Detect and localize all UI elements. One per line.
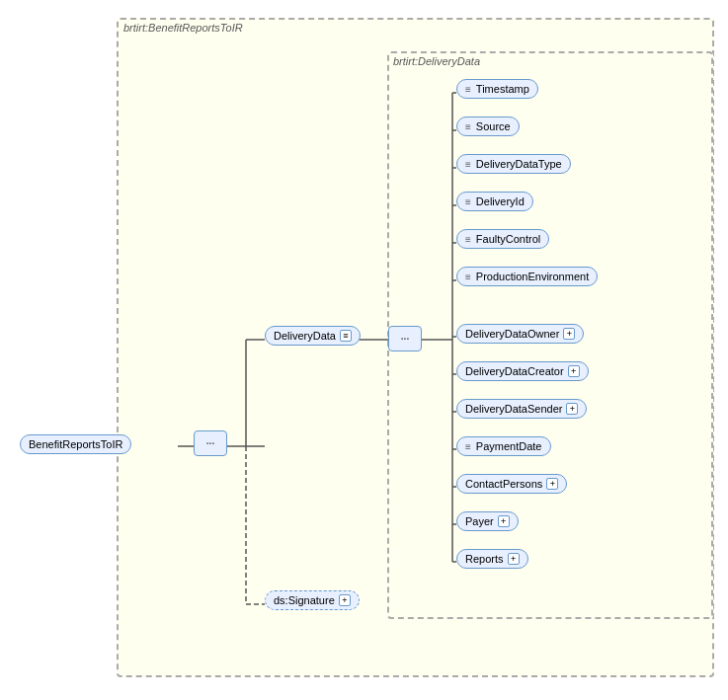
delivery-data-creator-expand-icon[interactable]: + [568,365,580,377]
delivery-id-prefix: ≡ [465,196,471,207]
delivery-data-type-prefix: ≡ [465,159,471,170]
diagram-lines [0,0,728,700]
reports-expand-icon[interactable]: + [508,553,520,565]
delivery-data-type-label: DeliveryDataType [476,158,562,170]
timestamp-label: Timestamp [476,83,529,95]
delivery-id-node[interactable]: ≡ DeliveryId [456,192,533,211]
faulty-control-node[interactable]: ≡ FaultyControl [456,229,549,249]
signature-node[interactable]: ds:Signature + [265,590,360,610]
faulty-control-label: FaultyControl [476,233,540,245]
delivery-data-creator-node[interactable]: DeliveryDataCreator + [456,361,589,381]
reports-node[interactable]: Reports + [456,549,528,569]
delivery-data-owner-node[interactable]: DeliveryDataOwner + [456,324,584,344]
delivery-data-label: DeliveryData [274,330,336,342]
delivery-connector-label: ··· [401,334,409,345]
delivery-id-label: DeliveryId [476,195,525,207]
payer-label: Payer [465,515,494,527]
timestamp-node[interactable]: ≡ Timestamp [456,79,538,99]
delivery-data-owner-label: DeliveryDataOwner [465,328,559,340]
faulty-control-prefix: ≡ [465,234,471,245]
timestamp-prefix: ≡ [465,84,471,95]
delivery-data-sender-node[interactable]: DeliveryDataSender + [456,399,587,419]
delivery-data-expand-icon[interactable]: ≡ [340,330,352,342]
delivery-connector[interactable]: ··· [388,326,422,351]
root-node-label: BenefitReportsToIR [29,438,122,450]
signature-label: ds:Signature [274,594,335,606]
payer-expand-icon[interactable]: + [498,515,510,527]
payment-date-node[interactable]: ≡ PaymentDate [456,436,551,456]
source-prefix: ≡ [465,121,471,132]
payment-date-label: PaymentDate [476,440,542,452]
delivery-data-type-node[interactable]: ≡ DeliveryDataType [456,154,571,174]
contact-persons-node[interactable]: ContactPersons + [456,474,567,494]
source-node[interactable]: ≡ Source [456,117,520,136]
contact-persons-expand-icon[interactable]: + [546,478,558,490]
production-environment-label: ProductionEnvironment [476,271,589,282]
root-connector-label: ··· [206,438,214,449]
payer-node[interactable]: Payer + [456,511,519,531]
reports-label: Reports [465,553,504,565]
delivery-data-creator-label: DeliveryDataCreator [465,365,564,377]
source-label: Source [476,120,511,132]
delivery-data-node[interactable]: DeliveryData ≡ [265,326,361,346]
delivery-data-owner-expand-icon[interactable]: + [563,328,575,340]
production-environment-node[interactable]: ≡ ProductionEnvironment [456,267,598,286]
payment-date-prefix: ≡ [465,441,471,452]
delivery-data-sender-expand-icon[interactable]: + [566,403,578,415]
root-connector[interactable]: ··· [194,430,227,456]
signature-expand-icon[interactable]: + [339,594,351,606]
contact-persons-label: ContactPersons [465,478,542,490]
delivery-data-sender-label: DeliveryDataSender [465,403,562,415]
production-environment-prefix: ≡ [465,272,471,282]
root-node[interactable]: BenefitReportsToIR [20,434,131,454]
